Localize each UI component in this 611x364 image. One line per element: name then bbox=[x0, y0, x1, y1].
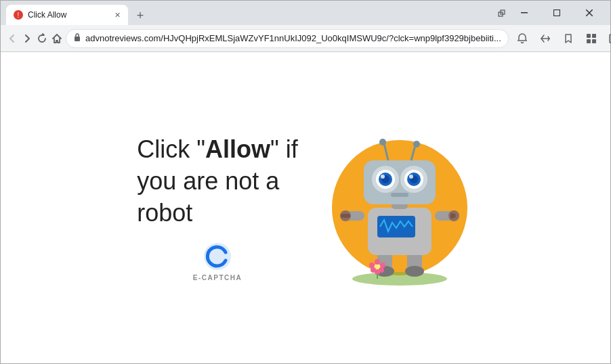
svg-point-51 bbox=[380, 263, 385, 268]
svg-point-54 bbox=[371, 267, 376, 273]
svg-point-50 bbox=[369, 263, 375, 268]
svg-rect-11 bbox=[587, 39, 591, 43]
svg-rect-12 bbox=[592, 39, 596, 43]
active-tab[interactable]: ! Click Allow ✕ bbox=[6, 5, 128, 25]
share-button[interactable] bbox=[534, 28, 556, 49]
tab-close-button[interactable]: ✕ bbox=[112, 9, 123, 20]
svg-rect-8 bbox=[75, 37, 80, 41]
main-text: Click "Allow" if you are not a robot bbox=[137, 134, 298, 229]
svg-point-37 bbox=[413, 141, 420, 147]
robot-illustration bbox=[325, 127, 474, 289]
lock-icon bbox=[73, 32, 81, 44]
svg-point-47 bbox=[409, 175, 413, 179]
svg-rect-5 bbox=[554, 10, 560, 16]
sidebar-button[interactable] bbox=[604, 28, 611, 49]
svg-rect-29 bbox=[341, 214, 350, 218]
svg-rect-9 bbox=[587, 34, 591, 38]
home-button[interactable] bbox=[51, 28, 63, 49]
ecaptcha-logo bbox=[201, 240, 234, 273]
extensions-button[interactable] bbox=[581, 28, 602, 49]
tab-bar: ! Click Allow ✕ + bbox=[6, 1, 492, 25]
address-text: advnotreviews.com/HJvQHpjRxEMLSjaWZvYF1n… bbox=[85, 33, 501, 43]
close-button[interactable] bbox=[574, 2, 605, 24]
address-bar[interactable]: advnotreviews.com/HJvQHpjRxEMLSjaWZvYF1n… bbox=[66, 29, 509, 48]
svg-point-35 bbox=[379, 139, 386, 145]
svg-rect-10 bbox=[592, 34, 596, 38]
forward-button[interactable] bbox=[21, 28, 33, 49]
window-controls bbox=[498, 2, 605, 24]
toolbar: advnotreviews.com/HJvQHpjRxEMLSjaWZvYF1n… bbox=[1, 25, 610, 52]
page-content: Click "Allow" if you are not a robot E-C… bbox=[1, 52, 610, 363]
svg-rect-4 bbox=[521, 12, 528, 14]
page-inner: Click "Allow" if you are not a robot E-C… bbox=[137, 127, 474, 289]
tab-favicon: ! bbox=[13, 9, 24, 20]
headline-line1: Click "Allow" if bbox=[137, 135, 298, 163]
notifications-button[interactable] bbox=[511, 28, 533, 49]
minimize-button[interactable] bbox=[509, 2, 540, 24]
allow-text: Allow bbox=[205, 135, 270, 163]
title-bar: ! Click Allow ✕ + bbox=[1, 1, 610, 25]
svg-point-55 bbox=[379, 267, 384, 273]
headline-line2: you are not a bbox=[137, 167, 279, 195]
captcha-badge: E-CAPTCHA bbox=[137, 240, 298, 281]
svg-line-34 bbox=[384, 143, 388, 160]
svg-line-36 bbox=[411, 145, 415, 160]
toolbar-right bbox=[511, 28, 611, 49]
refresh-button[interactable] bbox=[36, 28, 48, 49]
headline-line3: robot bbox=[137, 199, 192, 227]
svg-rect-48 bbox=[391, 193, 408, 197]
svg-rect-26 bbox=[377, 216, 415, 237]
maximize-button[interactable] bbox=[541, 2, 572, 24]
window-restore-icon bbox=[498, 9, 506, 17]
svg-point-24 bbox=[405, 266, 424, 277]
robot-svg bbox=[335, 133, 464, 289]
svg-text:!: ! bbox=[18, 12, 20, 19]
bookmark-button[interactable] bbox=[557, 28, 579, 49]
new-tab-button[interactable]: + bbox=[131, 6, 150, 25]
tab-title: Click Allow bbox=[28, 10, 108, 20]
text-section: Click "Allow" if you are not a robot E-C… bbox=[137, 134, 298, 281]
svg-point-52 bbox=[375, 259, 380, 265]
svg-point-43 bbox=[381, 175, 385, 179]
chrome-window: ! Click Allow ✕ + bbox=[0, 0, 611, 364]
captcha-label: E-CAPTCHA bbox=[193, 274, 242, 281]
back-button[interactable] bbox=[6, 28, 18, 49]
svg-point-20 bbox=[352, 272, 447, 286]
